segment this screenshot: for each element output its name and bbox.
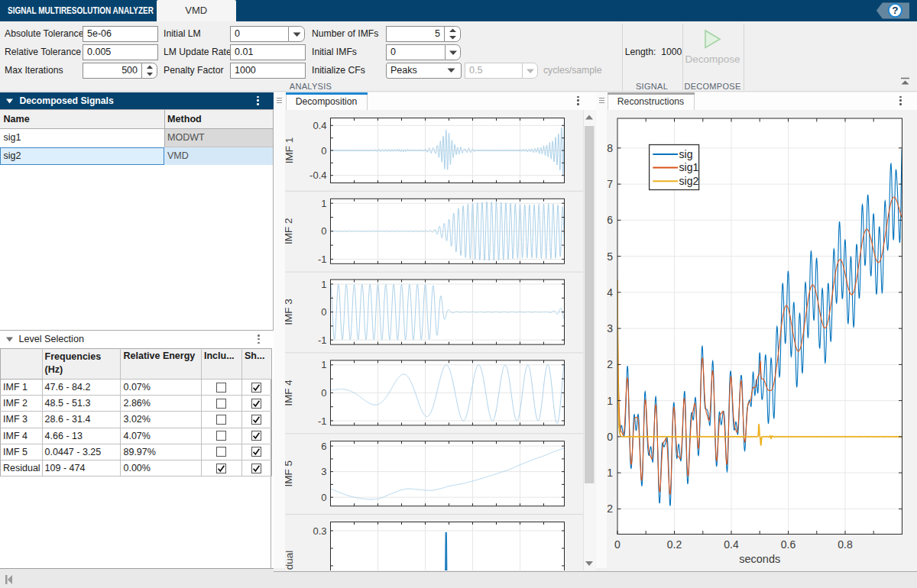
svg-text:4: 4 (607, 286, 613, 298)
svg-text:1: 1 (321, 278, 326, 289)
svg-text:0.2: 0.2 (667, 538, 682, 550)
svg-text:0: 0 (321, 144, 326, 156)
svg-text:1: 1 (321, 359, 326, 370)
svg-text:5: 5 (607, 250, 613, 262)
svg-text:sig2: sig2 (679, 175, 699, 187)
svg-text:0.4: 0.4 (313, 119, 326, 131)
svg-text:2: 2 (607, 358, 613, 370)
svg-text:0: 0 (321, 225, 326, 237)
svg-text:0.3: 0.3 (313, 525, 326, 536)
svg-text:1: 1 (321, 197, 326, 208)
svg-text:0: 0 (321, 306, 326, 318)
svg-text:IMF 5: IMF 5 (285, 460, 295, 486)
svg-text:7: 7 (607, 178, 613, 190)
svg-text:6: 6 (321, 440, 326, 451)
svg-text:seconds: seconds (739, 552, 780, 564)
svg-text:sig: sig (679, 147, 693, 160)
svg-text:8: 8 (607, 141, 613, 153)
svg-text:?: ? (892, 5, 898, 16)
svg-text:-1: -1 (318, 415, 327, 426)
svg-text:0: 0 (607, 430, 613, 442)
svg-text:0.8: 0.8 (838, 538, 853, 550)
svg-text:-1: -1 (607, 467, 613, 479)
svg-text:3: 3 (607, 322, 613, 334)
svg-text:0: 0 (321, 491, 326, 502)
svg-text:0: 0 (321, 386, 326, 398)
svg-text:IMF 1: IMF 1 (285, 137, 295, 163)
svg-text:sig1: sig1 (679, 161, 699, 173)
svg-text:-2: -2 (607, 502, 613, 515)
svg-text:IMF 4: IMF 4 (285, 379, 295, 405)
svg-text:-1: -1 (318, 334, 327, 345)
svg-text:1: 1 (607, 394, 613, 406)
svg-text:Residual: Residual (285, 550, 295, 570)
svg-text:6: 6 (607, 214, 613, 226)
svg-text:0.6: 0.6 (781, 538, 796, 550)
svg-text:0: 0 (614, 538, 621, 550)
svg-text:IMF 3: IMF 3 (285, 299, 295, 325)
svg-text:-1: -1 (318, 253, 327, 264)
svg-text:0.4: 0.4 (724, 538, 739, 550)
svg-text:3: 3 (321, 466, 326, 477)
svg-text:IMF 2: IMF 2 (285, 218, 295, 244)
svg-text:-0.4: -0.4 (309, 170, 326, 181)
